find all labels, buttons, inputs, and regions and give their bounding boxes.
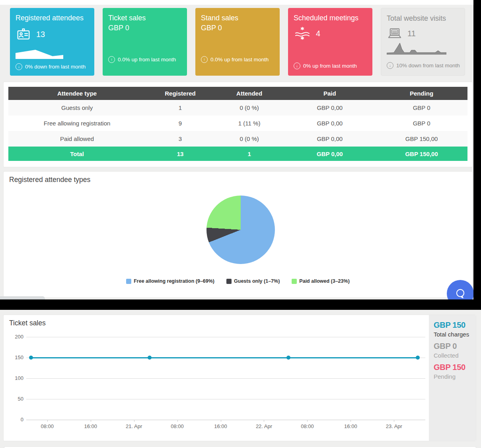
legend-swatch [226, 279, 232, 284]
stat-card-stand-sales[interactable]: Stand salesGBP 0↑0.0% up from last month [195, 8, 280, 76]
x-tick [394, 420, 394, 422]
next-panel-top-edge [4, 446, 476, 448]
table-cell: 1 (11 %) [215, 115, 284, 131]
x-tick [134, 420, 134, 422]
table-cell: 9 [146, 115, 215, 131]
attendee-table: Attendee typeRegisteredAttendedPaidPendi… [8, 87, 467, 161]
attendee-table-panel: Attendee typeRegisteredAttendedPaidPendi… [3, 82, 473, 167]
card-title: Registered attendees [16, 14, 89, 23]
stat-card-registered-attendees[interactable]: Registered attendees13↓0% down from last… [10, 8, 94, 76]
arrow-up-circle-icon: ↑ [108, 56, 115, 63]
legend-label: Guests only (1–7%) [234, 278, 280, 284]
y-gridline [26, 337, 425, 337]
x-axis-label: 16:00 [206, 423, 235, 429]
ticket-sales-panel: Ticket sales 20015010050008:0016:0021. A… [3, 315, 476, 441]
column-header: Attended [215, 87, 284, 100]
card-title: Ticket sales [108, 14, 181, 23]
column-header: Attendee type [8, 87, 146, 100]
series-line [31, 357, 418, 358]
sparkline-chart [16, 48, 63, 61]
arrow-down-circle-icon: ↓ [294, 63, 300, 69]
summary-label: Total charges [434, 331, 471, 338]
data-point[interactable] [416, 356, 420, 360]
column-header: Pending [376, 87, 467, 100]
x-tick [351, 420, 351, 422]
table-cell: GBP 0,00 [284, 131, 376, 147]
card-trend: 0% up from last month [303, 63, 357, 69]
y-axis-label: 0 [7, 417, 23, 423]
table-total-cell: 1 [215, 147, 284, 161]
ticket-sales-summary: GBP 150Total chargesGBP 0CollectedGBP 15… [429, 315, 476, 441]
x-axis-label: 16:00 [76, 423, 105, 429]
column-header: Registered [146, 87, 215, 100]
table-cell: 0 (0 %) [215, 131, 284, 147]
table-cell: GBP 0 [376, 100, 467, 115]
x-tick [47, 420, 48, 422]
card-value: GBP 0 [108, 24, 181, 32]
table-total-row: Total131GBP 0,00GBP 150,00 [8, 147, 467, 161]
card-trend: 0.0% up from last month [118, 57, 176, 63]
table-total-cell: Total [8, 147, 146, 161]
x-tick [177, 420, 178, 422]
pie-panel: Registered attendee types Free allowing … [3, 171, 473, 298]
summary-amount: GBP 0 [434, 342, 471, 351]
legend-item[interactable]: Paid allowed (3–23%) [292, 278, 349, 284]
pie-chart[interactable] [206, 196, 275, 264]
data-point[interactable] [286, 356, 290, 360]
summary-label: Pending [434, 373, 471, 380]
card-trend: 0.0% up from last month [210, 57, 269, 63]
y-axis-label: 100 [7, 375, 23, 381]
table-cell: GBP 0,00 [284, 115, 376, 131]
stat-card-total-website-visits[interactable]: Total website visits11↓10% down from las… [381, 8, 465, 76]
card-trend: 0% down from last month [25, 64, 86, 70]
table-cell: Paid allowed [8, 131, 146, 147]
stat-card-ticket-sales[interactable]: Ticket salesGBP 0↑0.0% up from last mont… [103, 8, 187, 76]
table-cell: 3 [146, 131, 215, 147]
table-cell: GBP 0,00 [284, 100, 376, 115]
x-axis-label: 23. Apr [380, 423, 408, 429]
table-cell: Guests only [8, 100, 146, 115]
card-title: Stand sales [201, 14, 274, 23]
table-row: Paid allowed30 (0 %)GBP 0,00GBP 150,00 [8, 131, 467, 147]
y-gridline [26, 420, 425, 420]
x-axis-label: 16:00 [336, 423, 365, 429]
table-cell: GBP 0 [376, 115, 467, 131]
x-axis-label: 08:00 [163, 423, 192, 429]
y-axis-label: 50 [7, 396, 23, 402]
right-black-strip [473, 0, 481, 310]
legend-item[interactable]: Guests only (1–7%) [226, 278, 280, 284]
stat-card-scheduled-meetings[interactable]: Scheduled meetings4↓0% up from last mont… [288, 8, 372, 76]
card-title: Scheduled meetings [294, 14, 367, 23]
summary-amount: GBP 150 [434, 321, 471, 330]
legend-item[interactable]: Free allowing registration (9–69%) [126, 278, 214, 284]
arrow-down-circle-icon: ↓ [387, 62, 393, 69]
id-badge-icon [16, 27, 31, 42]
table-total-cell: 13 [146, 147, 215, 161]
data-point[interactable] [148, 356, 152, 360]
attendee-table-header: Attendee typeRegisteredAttendedPaidPendi… [8, 87, 467, 100]
summary-amount: GBP 150 [434, 363, 471, 372]
card-trend: 10% down from last month [396, 63, 460, 68]
x-tick [264, 420, 264, 422]
sparkline-chart [387, 40, 446, 56]
table-row: Guests only10 (0 %)GBP 0,00GBP 0 [8, 100, 467, 115]
laptop-icon [387, 27, 403, 40]
card-title: Total website visits [387, 14, 459, 23]
card-value: GBP 0 [201, 24, 274, 32]
table-total-cell: GBP 0,00 [284, 147, 376, 161]
y-gridline [26, 399, 425, 399]
x-axis-label: 21. Apr [120, 423, 148, 429]
data-point[interactable] [29, 356, 33, 360]
meeting-icon [294, 27, 311, 40]
legend-swatch [292, 279, 297, 284]
page-top-strip [0, 0, 473, 5]
x-tick [307, 420, 308, 422]
y-axis-label: 150 [7, 354, 23, 360]
arrow-down-circle-icon: ↓ [16, 63, 22, 70]
y-axis-label: 200 [7, 334, 23, 340]
stat-cards-row: Registered attendees13↓0% down from last… [10, 8, 465, 76]
x-axis-label: 08:00 [293, 423, 321, 429]
pie-panel-title: Registered attendee types [9, 176, 90, 184]
card-value: 4 [316, 29, 320, 38]
pie-legend: Free allowing registration (9–69%)Guests… [4, 278, 472, 284]
